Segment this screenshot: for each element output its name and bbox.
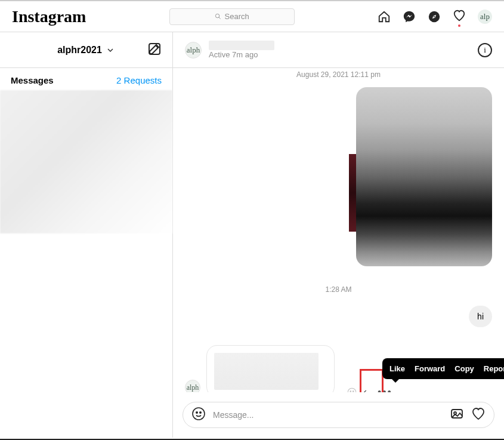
received-content-preview <box>214 353 319 390</box>
react-icon[interactable] <box>347 387 357 392</box>
sent-text-message[interactable]: hi <box>469 306 492 327</box>
chat-pane: alph Active 7m ago i August 29, 2021 12:… <box>173 32 504 438</box>
composer <box>183 402 494 428</box>
menu-copy[interactable]: Copy <box>451 363 478 374</box>
more-options-icon[interactable]: ••• <box>378 387 392 392</box>
inbox-title: Messages <box>11 75 54 85</box>
chevron-down-icon <box>106 45 115 55</box>
chat-peer-avatar[interactable]: alph <box>185 42 202 59</box>
inbox-header: Messages 2 Requests <box>0 68 172 90</box>
search-wrap: Search <box>100 8 363 25</box>
main: alphr2021 Messages 2 Requests alph Activ… <box>0 32 504 438</box>
instagram-logo[interactable]: Instagram <box>12 7 86 26</box>
current-username: alphr2021 <box>57 45 102 56</box>
requests-link[interactable]: 2 Requests <box>116 75 162 85</box>
message-input[interactable] <box>213 410 443 420</box>
svg-point-10 <box>200 412 201 413</box>
profile-avatar[interactable]: alp <box>478 10 492 24</box>
sidebar-header: alphr2021 <box>0 32 172 68</box>
received-avatar[interactable]: alph <box>185 380 200 392</box>
svg-point-0 <box>215 14 219 17</box>
search-input[interactable]: Search <box>169 8 295 25</box>
reply-icon[interactable] <box>362 387 373 392</box>
svg-point-8 <box>193 408 205 420</box>
svg-line-1 <box>218 17 220 19</box>
svg-point-5 <box>348 388 356 392</box>
svg-point-9 <box>196 412 197 413</box>
sidebar: alphr2021 Messages 2 Requests <box>0 32 173 438</box>
sent-media-message[interactable] <box>356 87 492 266</box>
top-nav: Instagram Search alp <box>0 1 504 32</box>
photo-button[interactable] <box>450 407 464 423</box>
svg-point-7 <box>353 391 354 392</box>
time-separator: 1:28 AM <box>185 285 492 294</box>
svg-rect-4 <box>149 44 160 54</box>
heart-icon <box>453 9 466 22</box>
chat-info-button[interactable]: i <box>478 43 492 57</box>
activity-dot <box>458 24 460 27</box>
date-separator: August 29, 2021 12:11 pm <box>185 70 492 79</box>
new-message-button[interactable] <box>147 42 162 59</box>
message-action-menu: Like Forward Copy Report <box>382 358 504 379</box>
menu-forward[interactable]: Forward <box>411 363 449 374</box>
chat-peer-status: Active 7m ago <box>209 50 274 59</box>
activity-button[interactable] <box>453 9 466 24</box>
menu-report[interactable]: Report <box>480 363 504 374</box>
received-message-row: alph ••• Like Forward Copy Report <box>185 345 492 392</box>
like-button[interactable] <box>471 407 486 423</box>
explore-icon[interactable] <box>428 10 441 23</box>
message-actions: ••• Like Forward Copy Report <box>347 387 392 392</box>
chat-peer-info[interactable]: Active 7m ago <box>209 41 274 59</box>
svg-point-3 <box>434 16 435 17</box>
emoji-button[interactable] <box>191 407 206 423</box>
chat-header: alph Active 7m ago i <box>173 32 504 68</box>
svg-point-6 <box>350 391 351 392</box>
chat-peer-name <box>209 41 274 50</box>
search-icon <box>215 13 221 20</box>
nav-icons: alp <box>378 9 492 24</box>
received-message[interactable] <box>206 345 335 392</box>
menu-like[interactable]: Like <box>386 363 409 374</box>
thread-item[interactable] <box>0 90 172 233</box>
chat-body: August 29, 2021 12:11 pm 1:28 AM hi alph… <box>173 68 504 392</box>
messenger-icon[interactable] <box>403 10 416 23</box>
search-placeholder: Search <box>225 12 249 21</box>
user-switcher[interactable]: alphr2021 <box>57 45 115 56</box>
home-icon[interactable] <box>378 10 391 23</box>
